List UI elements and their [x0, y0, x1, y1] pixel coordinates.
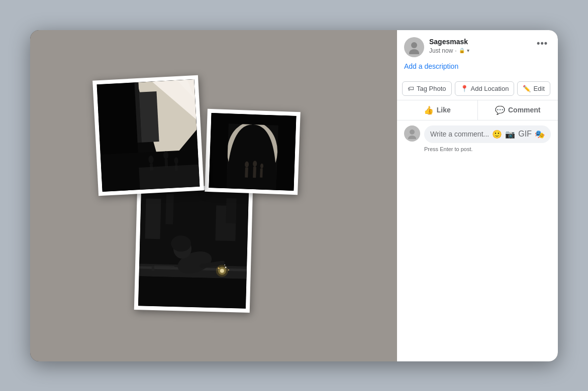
- photo-2[interactable]: [205, 108, 301, 194]
- location-icon: 📍: [460, 85, 468, 92]
- photo-collage-area: [30, 30, 397, 361]
- gif-icon[interactable]: GIF: [518, 129, 532, 139]
- comment-bubble-icon: 💬: [495, 105, 505, 115]
- privacy-dropdown-icon[interactable]: ▾: [467, 48, 469, 53]
- avatar: [404, 37, 424, 57]
- svg-rect-25: [245, 167, 248, 177]
- svg-rect-32: [145, 198, 161, 239]
- svg-rect-51: [152, 266, 154, 271]
- edit-label: Edit: [533, 85, 544, 92]
- comment-icons: 🙂 📷 GIF 🎭: [492, 129, 545, 139]
- separator: ·: [455, 47, 456, 54]
- main-card: Sagesmask Just now · 🔒 ▾ ••• Add a descr…: [30, 30, 558, 361]
- tag-icon: 🏷: [408, 85, 414, 92]
- comment-input-wrap[interactable]: Write a comment... 🙂 📷 GIF 🎭: [424, 125, 551, 143]
- comment-input[interactable]: Write a comment...: [430, 130, 492, 138]
- svg-rect-35: [226, 198, 236, 223]
- action-buttons-row: 🏷 Tag Photo 📍 Add Location ✏️ Edit: [397, 77, 558, 100]
- svg-point-54: [410, 129, 415, 135]
- description-area[interactable]: Add a description: [397, 57, 558, 77]
- like-button[interactable]: 👍 Like: [397, 100, 477, 120]
- svg-rect-21: [276, 115, 296, 190]
- svg-rect-33: [165, 194, 174, 224]
- edit-icon: ✏️: [523, 85, 531, 92]
- svg-rect-13: [139, 164, 200, 189]
- comment-button[interactable]: 💬 Comment: [477, 100, 558, 120]
- svg-point-53: [409, 49, 419, 54]
- comment-label: Comment: [508, 106, 541, 114]
- tag-photo-label: Tag Photo: [417, 85, 446, 92]
- post-meta: Just now · 🔒 ▾: [429, 47, 529, 54]
- svg-point-55: [408, 136, 416, 139]
- description-placeholder[interactable]: Add a description: [404, 62, 458, 70]
- thumbs-up-icon: 👍: [424, 105, 434, 115]
- svg-rect-29: [260, 168, 263, 177]
- sticker-icon[interactable]: 🎭: [535, 129, 545, 139]
- timestamp: Just now: [429, 47, 453, 54]
- photo-3[interactable]: [134, 184, 253, 313]
- svg-rect-20: [209, 113, 229, 188]
- add-location-button[interactable]: 📍 Add Location: [455, 81, 515, 96]
- svg-rect-6: [139, 91, 159, 143]
- edit-button[interactable]: ✏️ Edit: [517, 81, 550, 96]
- user-info: Sagesmask Just now · 🔒 ▾: [429, 37, 529, 54]
- press-enter-hint: Press Enter to post.: [397, 145, 558, 156]
- more-options-button[interactable]: •••: [534, 37, 551, 50]
- reactions-row: 👍 Like 💬 Comment: [397, 100, 558, 120]
- emoji-icon[interactable]: 🙂: [492, 129, 502, 139]
- svg-rect-10: [165, 159, 168, 167]
- svg-rect-38: [138, 276, 246, 309]
- commenter-avatar: [404, 125, 420, 142]
- privacy-icon: 🔒: [459, 48, 465, 53]
- photo-1[interactable]: [92, 75, 204, 196]
- svg-point-52: [411, 42, 417, 48]
- camera-icon[interactable]: 📷: [505, 129, 515, 139]
- facebook-panel: Sagesmask Just now · 🔒 ▾ ••• Add a descr…: [397, 30, 558, 361]
- post-header: Sagesmask Just now · 🔒 ▾ •••: [397, 30, 558, 57]
- like-label: Like: [437, 106, 451, 114]
- comment-area: Write a comment... 🙂 📷 GIF 🎭: [397, 120, 558, 145]
- username: Sagesmask: [429, 37, 529, 46]
- tag-photo-button[interactable]: 🏷 Tag Photo: [402, 81, 452, 96]
- add-location-label: Add Location: [471, 85, 509, 92]
- svg-rect-27: [253, 167, 256, 178]
